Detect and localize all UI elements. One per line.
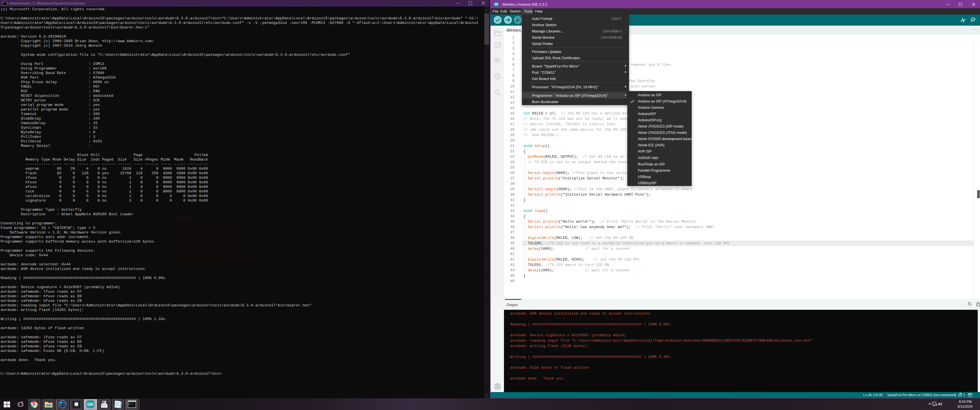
svg-text:C:\_: C:\_	[129, 403, 134, 405]
